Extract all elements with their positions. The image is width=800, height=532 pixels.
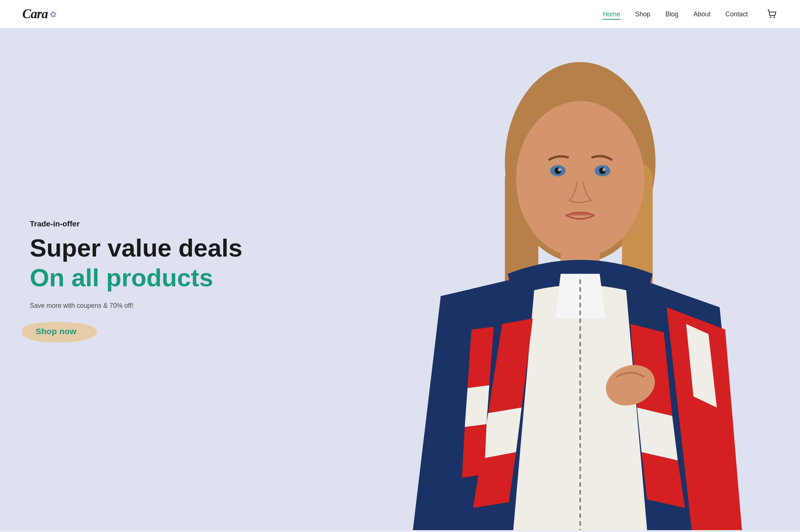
nav-link-home[interactable]: Home <box>603 9 620 20</box>
cart-icon <box>767 9 778 20</box>
hero-badge: Trade-in-offer <box>30 219 437 228</box>
brand-name: Cara <box>22 7 48 22</box>
nav-link-about[interactable]: About <box>693 9 710 20</box>
svg-point-0 <box>770 17 771 18</box>
hero-title-accent: On all products <box>30 264 437 291</box>
nav-link-blog[interactable]: Blog <box>665 9 678 20</box>
hero-title-main: Super value deals <box>30 234 437 262</box>
shop-now-button[interactable]: Shop now <box>30 324 82 339</box>
logo-flower-icon: ✿ <box>50 9 57 19</box>
shop-now-wrapper: Shop now <box>30 324 82 339</box>
svg-marker-28 <box>464 385 489 427</box>
nav-link-shop[interactable]: Shop <box>635 9 650 20</box>
header: Cara ✿ Home Shop Blog About Contact <box>0 0 800 29</box>
logo[interactable]: Cara ✿ <box>22 7 57 22</box>
svg-point-12 <box>558 168 561 171</box>
svg-marker-29 <box>462 424 486 478</box>
cart-button[interactable] <box>767 9 778 20</box>
main-nav: Home Shop Blog About Contact <box>603 9 778 20</box>
hero-content: Trade-in-offer Super value deals On all … <box>30 219 437 339</box>
svg-point-13 <box>602 168 606 171</box>
svg-point-7 <box>516 101 644 257</box>
hero-section: Trade-in-offer Super value deals On all … <box>0 29 800 530</box>
svg-point-1 <box>774 17 775 18</box>
nav-link-contact[interactable]: Contact <box>725 9 748 20</box>
hero-subtitle: Save more with coupens & 70% off! <box>30 302 437 310</box>
